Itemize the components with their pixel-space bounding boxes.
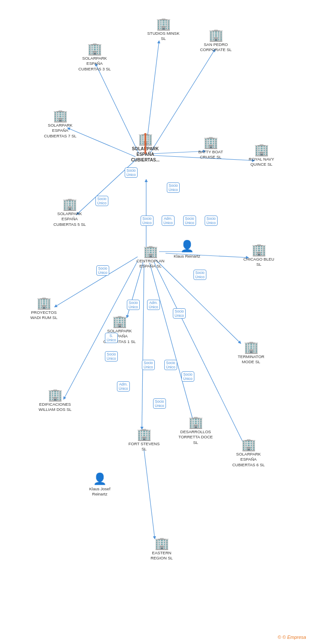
badge-s-unico-1: S.Único — [105, 333, 118, 343]
node-batty-boat: 🏢 BATTY BOAT CRUISE SL — [193, 137, 228, 160]
badge-socio-unico-3: SocioÚnico — [95, 196, 108, 206]
node-edificaciones: 🏢 EDIFICACIONES WILLIAM DOS SL — [38, 389, 72, 413]
node-label: PROYECTOS WADI RUM SL — [27, 310, 61, 321]
node-solarpark7: 🏢 SOLARPARK ESPAÑA CUBIERTAS 7 SL — [43, 110, 77, 139]
node-label: EASTERN REGION SL — [144, 550, 179, 561]
node-label: CHICAGO BLEU SL — [242, 257, 276, 267]
badge-socio-unico-1: SocioÚnico — [125, 167, 138, 178]
node-desarrollos: 🏢 DESARROLLOS TORRETTA DOCE SL — [178, 416, 213, 445]
svg-line-3 — [68, 128, 135, 157]
badge-socio-unico-13: SocioÚnico — [164, 360, 177, 370]
building-icon: 🏢 — [53, 110, 68, 122]
node-chicago-bleu: 🏢 CHICAGO BLEU SL — [242, 244, 276, 267]
node-centroplan: 🏢 CENTROPLAN ESPAÑA SL — [133, 246, 168, 269]
building-icon: 🏢 — [252, 244, 267, 256]
badge-adm-unico-3: Adm.Único — [117, 381, 130, 392]
node-klaus-reinartz: 👤 Klaus Reinartz — [174, 240, 200, 259]
badge-adm-unico-1: Adm.Único — [162, 216, 175, 226]
node-san-pedro: 🏢 SAN PEDRO CORPORATE SL — [199, 29, 233, 53]
node-label: SOLARPARK ESPAÑA CUBIERTAS 6 SL — [231, 452, 266, 468]
node-label: CENTROPLAN ESPAÑA SL — [133, 258, 168, 269]
node-eastern-region: 🏢 EASTERN REGION SL — [144, 538, 179, 561]
watermark-text: © Empresa — [282, 635, 306, 640]
building-icon: 🏢 — [188, 416, 203, 428]
watermark-symbol: © — [278, 635, 281, 640]
node-label: BATTY BOAT CRUISE SL — [193, 149, 228, 160]
building-icon: 🏢 — [143, 246, 158, 258]
svg-line-14 — [142, 264, 144, 429]
person-icon: 👤 — [180, 240, 194, 253]
building-icon: 🏢 — [138, 133, 153, 145]
building-icon: 🏢 — [203, 137, 218, 149]
node-solarpark5: 🏢 SOLARPARK ESPAÑA CUBIERTAS 5 SL — [52, 198, 87, 227]
node-label: DESARROLLOS TORRETTA DOCE SL — [178, 429, 213, 445]
building-icon: 🏢 — [154, 538, 169, 550]
badge-socio-unico-9: SocioÚnico — [127, 300, 140, 310]
badge-socio-unico-12: SocioÚnico — [142, 360, 155, 370]
node-solarpark3: 🏢 SOLARPARK ESPAÑA CUBIERTAS 3 SL — [77, 43, 112, 72]
node-label: SOLARPARK ESPAÑA CUBIERTAS... — [126, 146, 164, 163]
node-label: SOLARPARK ESPAÑA CUBIERTAS 5 SL — [52, 211, 87, 227]
svg-line-17 — [144, 450, 155, 539]
person-icon: 👤 — [93, 472, 107, 486]
badge-socio-unico-15: SocioÚnico — [153, 398, 166, 409]
node-label: Klaus Reinartz — [174, 254, 200, 259]
building-icon: 🏢 — [87, 43, 102, 55]
building-icon: 🏢 — [209, 29, 224, 41]
node-fort-stevens: 🏢 FORT STEVENS SL — [127, 428, 161, 452]
building-icon: 🏢 — [37, 297, 52, 309]
node-label: Klaus Josef Reinartz — [83, 486, 117, 497]
badge-socio-unico-7: SocioÚnico — [193, 270, 206, 280]
node-label: ROYAL NAVY QUINCE SL — [244, 157, 279, 167]
node-label: SAN PEDRO CORPORATE SL — [199, 42, 233, 53]
node-proyectos-wadi: 🏢 PROYECTOS WADI RUM SL — [27, 297, 61, 321]
building-icon: 🏢 — [156, 18, 171, 30]
building-icon: 🏢 — [112, 316, 127, 328]
node-solarpark6: 🏢 SOLARPARK ESPAÑA CUBIERTAS 6 SL — [231, 439, 266, 468]
badge-socio-unico-11: SocioÚnico — [105, 351, 118, 361]
node-klaus-josef: 👤 Klaus Josef Reinartz — [83, 472, 117, 497]
badge-socio-unico-8: SocioÚnico — [96, 265, 109, 276]
building-icon: 🏢 — [48, 389, 63, 401]
building-icon: 🏢 — [241, 439, 256, 451]
building-icon: 🏢 — [244, 341, 259, 353]
watermark: © © Empresa — [278, 635, 306, 640]
badge-socio-unico-6: SocioÚnico — [205, 216, 218, 226]
badge-adm-unico-2: Adm.Único — [147, 300, 160, 310]
node-label: SOLARPARK ESPAÑA CUBIERTAS 3 SL — [77, 56, 112, 72]
node-label: FORT STEVENS SL — [127, 441, 161, 452]
building-icon: 🏢 — [62, 198, 77, 210]
badge-socio-unico-10: SocioÚnico — [173, 308, 186, 319]
node-studios-minsk: 🏢 STUDIOS MINSK SL — [146, 18, 181, 42]
node-label: EDIFICACIONES WILLIAM DOS SL — [38, 402, 72, 413]
node-label: TERMINATOR MODE SL — [234, 354, 268, 365]
badge-socio-unico-2: SocioÚnico — [167, 182, 180, 193]
svg-line-10 — [55, 257, 138, 307]
building-icon: 🏢 — [254, 144, 269, 156]
node-terminator: 🏢 TERMINATOR MODE SL — [234, 341, 268, 365]
badge-socio-unico-14: SocioÚnico — [181, 371, 194, 382]
node-solarpark-main: 🏢 SOLARPARK ESPAÑA CUBIERTAS... — [126, 133, 164, 163]
node-royal-navy: 🏢 ROYAL NAVY QUINCE SL — [244, 144, 279, 167]
node-label: STUDIOS MINSK SL — [146, 31, 181, 42]
badge-socio-unico-5: SocioÚnico — [183, 216, 196, 226]
badge-socio-unico-4: SocioÚnico — [141, 216, 153, 226]
building-icon: 🏢 — [137, 428, 152, 440]
node-label: SOLARPARK ESPAÑA CUBIERTAS 7 SL — [43, 123, 77, 139]
